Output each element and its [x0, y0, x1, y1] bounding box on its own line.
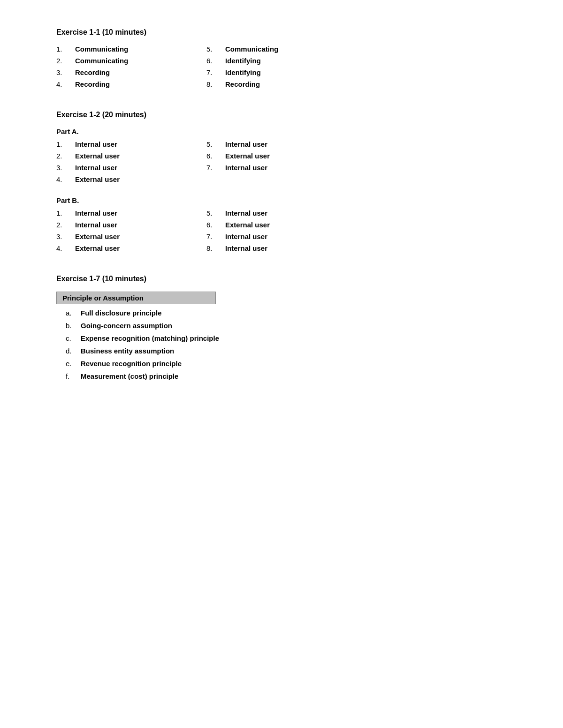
- list-item: 4. Recording: [56, 80, 206, 88]
- item-value: Business entity assumption: [81, 347, 174, 355]
- item-num: 8.: [206, 244, 225, 252]
- item-num: 6.: [206, 221, 225, 229]
- item-value: Internal user: [75, 221, 117, 229]
- exercise-1-1-list: 1. Communicating 2. Communicating 3. Rec…: [56, 45, 507, 92]
- letter-label: f.: [66, 372, 77, 380]
- item-value: Recording: [75, 68, 110, 76]
- item-num: 5.: [206, 140, 225, 148]
- item-num: 2.: [56, 57, 75, 65]
- item-value: Internal user: [225, 209, 267, 217]
- item-num: 6.: [206, 57, 225, 65]
- list-item: f. Measurement (cost) principle: [66, 372, 507, 380]
- list-item: d. Business entity assumption: [66, 347, 507, 355]
- list-item: 1. Communicating: [56, 45, 206, 53]
- item-value: External user: [225, 152, 270, 160]
- list-item: 4. External user: [56, 244, 206, 252]
- item-value: Communicating: [75, 57, 128, 65]
- part-b-list: 1. Internal user 2. Internal user 3. Ext…: [56, 209, 507, 256]
- letter-label: a.: [66, 309, 77, 317]
- list-item: 2. Communicating: [56, 57, 206, 65]
- item-num: 5.: [206, 45, 225, 53]
- list-item: 5. Internal user: [206, 209, 357, 217]
- item-num: 1.: [56, 209, 75, 217]
- list-item: 6. External user: [206, 152, 357, 160]
- item-value: Identifying: [225, 68, 261, 76]
- list-item: 4. External user: [56, 175, 206, 183]
- item-value: Full disclosure principle: [81, 309, 162, 317]
- list-item: 2. Internal user: [56, 221, 206, 229]
- exercise-1-7: Exercise 1-7 (10 minutes) Principle or A…: [56, 275, 507, 380]
- principle-list: a. Full disclosure principle b. Going-co…: [56, 309, 507, 380]
- list-item: 3. Recording: [56, 68, 206, 76]
- part-a-right: 5. Internal user 6. External user 7. Int…: [206, 140, 357, 187]
- list-item: 3. External user: [56, 233, 206, 240]
- item-num: 7.: [206, 68, 225, 76]
- list-item: 2. External user: [56, 152, 206, 160]
- item-num: 5.: [206, 209, 225, 217]
- part-b-right: 5. Internal user 6. External user 7. Int…: [206, 209, 357, 256]
- list-item: 8. Internal user: [206, 244, 357, 252]
- item-value: Internal user: [225, 164, 267, 172]
- item-num: 3.: [56, 233, 75, 240]
- exercise-1-7-title: Exercise 1-7 (10 minutes): [56, 275, 507, 283]
- letter-label: b.: [66, 322, 77, 330]
- item-num: 4.: [56, 175, 75, 183]
- item-value: Internal user: [75, 209, 117, 217]
- list-item: c. Expense recognition (matching) princi…: [66, 334, 507, 342]
- item-value: External user: [75, 233, 120, 240]
- part-a-title: Part A.: [56, 128, 507, 135]
- item-value: Measurement (cost) principle: [81, 372, 178, 380]
- list-item: 7. Internal user: [206, 164, 357, 172]
- item-num: 7.: [206, 164, 225, 172]
- item-value: Communicating: [75, 45, 128, 53]
- list-item: 6. Identifying: [206, 57, 357, 65]
- list-item: b. Going-concern assumption: [66, 322, 507, 330]
- letter-label: d.: [66, 347, 77, 355]
- item-value: Communicating: [225, 45, 278, 53]
- exercise-1-1-left: 1. Communicating 2. Communicating 3. Rec…: [56, 45, 206, 92]
- exercise-1-2-title: Exercise 1-2 (20 minutes): [56, 111, 507, 119]
- exercise-1-1-right: 5. Communicating 6. Identifying 7. Ident…: [206, 45, 357, 92]
- list-item: 7. Internal user: [206, 233, 357, 240]
- item-num: 2.: [56, 152, 75, 160]
- item-value: Internal user: [225, 244, 267, 252]
- item-value: Recording: [225, 80, 260, 88]
- item-value: Going-concern assumption: [81, 322, 172, 330]
- item-num: 1.: [56, 140, 75, 148]
- list-item: a. Full disclosure principle: [66, 309, 507, 317]
- item-num: 4.: [56, 244, 75, 252]
- item-value: External user: [225, 221, 270, 229]
- item-num: 6.: [206, 152, 225, 160]
- part-a-list: 1. Internal user 2. External user 3. Int…: [56, 140, 507, 187]
- principle-assumption-header: Principle or Assumption: [56, 292, 216, 304]
- exercise-1-2: Exercise 1-2 (20 minutes) Part A. 1. Int…: [56, 111, 507, 256]
- item-value: Internal user: [225, 233, 267, 240]
- item-value: Revenue recognition principle: [81, 360, 182, 368]
- item-num: 3.: [56, 164, 75, 172]
- part-a-left: 1. Internal user 2. External user 3. Int…: [56, 140, 206, 187]
- item-value: External user: [75, 244, 120, 252]
- letter-label: c.: [66, 334, 77, 342]
- part-b-left: 1. Internal user 2. Internal user 3. Ext…: [56, 209, 206, 256]
- item-num: 7.: [206, 233, 225, 240]
- item-num: 1.: [56, 45, 75, 53]
- list-item: 1. Internal user: [56, 209, 206, 217]
- item-value: External user: [75, 152, 120, 160]
- item-value: Internal user: [75, 164, 117, 172]
- list-item: 7. Identifying: [206, 68, 357, 76]
- item-value: Recording: [75, 80, 110, 88]
- exercise-1-1: Exercise 1-1 (10 minutes) 1. Communicati…: [56, 28, 507, 92]
- exercise-1-1-title: Exercise 1-1 (10 minutes): [56, 28, 507, 37]
- item-num: 4.: [56, 80, 75, 88]
- item-num: 8.: [206, 80, 225, 88]
- item-value: Expense recognition (matching) principle: [81, 334, 219, 342]
- item-value: Internal user: [75, 140, 117, 148]
- item-num: 3.: [56, 68, 75, 76]
- item-value: External user: [75, 175, 120, 183]
- list-item: 5. Communicating: [206, 45, 357, 53]
- list-item: 6. External user: [206, 221, 357, 229]
- list-item: 8. Recording: [206, 80, 357, 88]
- item-num: 2.: [56, 221, 75, 229]
- item-value: Identifying: [225, 57, 261, 65]
- list-item: 3. Internal user: [56, 164, 206, 172]
